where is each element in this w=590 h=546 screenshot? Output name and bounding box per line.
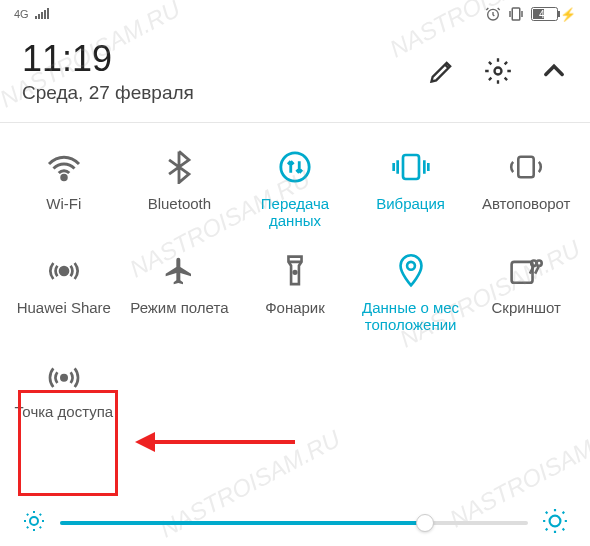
svg-rect-8 bbox=[403, 155, 419, 179]
signal-icon bbox=[35, 7, 51, 22]
quick-settings-grid: Wi-Fi Bluetooth Передача данных Вибрация… bbox=[0, 133, 590, 445]
svg-point-15 bbox=[537, 261, 542, 266]
slider-thumb[interactable] bbox=[416, 514, 434, 532]
network-type: 4G bbox=[14, 8, 29, 20]
svg-point-5 bbox=[495, 68, 502, 75]
airplane-icon bbox=[151, 249, 207, 293]
tile-flashlight[interactable]: Фонарик bbox=[237, 243, 353, 341]
brightness-slider[interactable] bbox=[0, 508, 590, 538]
svg-point-12 bbox=[407, 262, 415, 270]
alarm-icon bbox=[485, 6, 501, 22]
slider-fill bbox=[60, 521, 425, 525]
tile-label: Huawei Share bbox=[17, 299, 111, 335]
notification-header: 11:19 Среда, 27 февраля bbox=[0, 28, 590, 116]
tile-screenshot[interactable]: Скриншот bbox=[468, 243, 584, 341]
tile-label: Точка доступа bbox=[14, 403, 113, 439]
tile-location[interactable]: Данные о мес тоположении bbox=[353, 243, 469, 341]
status-bar: 4G 46 ⚡ bbox=[0, 0, 590, 28]
tile-bluetooth[interactable]: Bluetooth bbox=[122, 139, 238, 237]
location-icon bbox=[383, 249, 439, 293]
flashlight-icon bbox=[267, 249, 323, 293]
bluetooth-icon bbox=[151, 145, 207, 189]
tile-label: Режим полета bbox=[130, 299, 228, 335]
tile-hotspot[interactable]: Точка доступа bbox=[6, 347, 122, 445]
svg-point-10 bbox=[60, 267, 68, 275]
brightness-high-icon bbox=[542, 508, 568, 538]
svg-rect-1 bbox=[512, 8, 520, 20]
slider-track[interactable] bbox=[60, 521, 528, 525]
autorotate-icon bbox=[498, 145, 554, 189]
tile-label: Скриншот bbox=[492, 299, 561, 335]
tile-wifi[interactable]: Wi-Fi bbox=[6, 139, 122, 237]
tile-label: Bluetooth bbox=[148, 195, 211, 231]
tile-airplane[interactable]: Режим полета bbox=[122, 243, 238, 341]
svg-point-19 bbox=[550, 516, 561, 527]
brightness-low-icon bbox=[22, 509, 46, 537]
vibration-icon bbox=[383, 145, 439, 189]
date-label[interactable]: Среда, 27 февраля bbox=[22, 82, 194, 104]
tile-label: Wi-Fi bbox=[46, 195, 81, 231]
tile-label: Фонарик bbox=[265, 299, 325, 335]
tile-label: Вибрация bbox=[376, 195, 445, 231]
svg-rect-9 bbox=[518, 157, 533, 178]
tile-label: Автоповорот bbox=[482, 195, 571, 231]
divider bbox=[0, 122, 590, 123]
svg-point-18 bbox=[30, 517, 38, 525]
tile-autorotate[interactable]: Автоповорот bbox=[468, 139, 584, 237]
settings-button[interactable] bbox=[484, 57, 512, 85]
tile-vibration[interactable]: Вибрация bbox=[353, 139, 469, 237]
collapse-button[interactable] bbox=[540, 57, 568, 85]
wifi-icon bbox=[36, 145, 92, 189]
hotspot-icon bbox=[36, 353, 92, 397]
svg-point-16 bbox=[61, 375, 66, 380]
svg-point-11 bbox=[294, 271, 297, 274]
battery-indicator: 46 ⚡ bbox=[531, 7, 576, 22]
screenshot-icon bbox=[498, 249, 554, 293]
edit-button[interactable] bbox=[428, 57, 456, 85]
tile-label: Передача данных bbox=[239, 195, 351, 231]
vibrate-icon bbox=[507, 6, 525, 22]
svg-point-7 bbox=[281, 153, 309, 181]
data-icon bbox=[267, 145, 323, 189]
tile-label: Данные о мес тоположении bbox=[355, 299, 467, 335]
huawei-share-icon bbox=[36, 249, 92, 293]
tile-huawei-share[interactable]: Huawei Share bbox=[6, 243, 122, 341]
clock-time[interactable]: 11:19 bbox=[22, 38, 194, 80]
tile-mobile-data[interactable]: Передача данных bbox=[237, 139, 353, 237]
svg-point-6 bbox=[62, 175, 67, 180]
